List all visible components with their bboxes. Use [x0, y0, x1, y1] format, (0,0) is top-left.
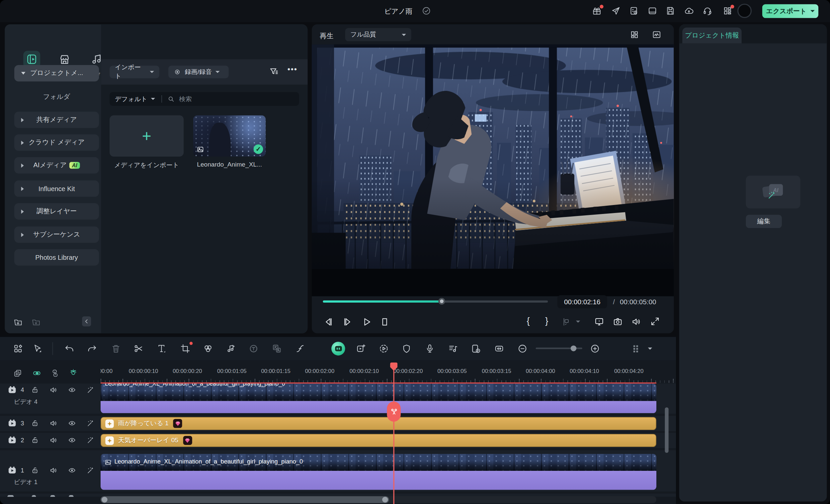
marker-icon[interactable] — [402, 343, 412, 354]
timeline-hscroll-groove[interactable] — [101, 496, 657, 503]
media-clip-tile[interactable]: ✓ — [193, 115, 265, 157]
delete-icon[interactable] — [110, 343, 121, 354]
timeline-ruler[interactable]: :00:00 00:00:00:10 00:00:00:20 00:00:01:… — [101, 366, 676, 383]
lock-icon[interactable] — [31, 385, 39, 394]
lock-icon[interactable] — [31, 466, 39, 475]
sort-dropdown[interactable]: デフォルト — [115, 95, 148, 103]
zoom-slider-knob[interactable] — [571, 345, 577, 351]
mute-icon[interactable] — [49, 385, 58, 394]
add-track-icon[interactable] — [13, 369, 22, 378]
record-dropdown[interactable]: 録画/録音 — [168, 66, 229, 78]
share-icon[interactable] — [611, 6, 621, 16]
sidebar-item-ai-media[interactable]: AIメディア AI — [14, 157, 99, 173]
play-button[interactable] — [361, 316, 372, 327]
zoom-in-icon[interactable] — [589, 343, 600, 354]
preview-render-icon[interactable] — [379, 343, 389, 354]
unlink-clips-icon[interactable] — [50, 369, 59, 378]
multiview-icon[interactable] — [630, 30, 639, 39]
clip-volume-band[interactable] — [101, 471, 657, 490]
hide-icon[interactable] — [68, 385, 76, 394]
voiceover-icon[interactable] — [425, 343, 435, 354]
snap-magnet-icon[interactable] — [69, 369, 78, 378]
progress-knob[interactable] — [439, 298, 446, 305]
preview-progress-bar[interactable] — [323, 301, 548, 303]
new-folder-icon[interactable] — [13, 317, 23, 327]
search-input[interactable]: 検索 — [179, 95, 192, 103]
track-height-icon[interactable] — [631, 343, 642, 354]
gift-icon[interactable] — [592, 6, 602, 16]
timeline-hscroll-bar[interactable] — [101, 496, 389, 503]
detach-audio-icon[interactable] — [295, 343, 306, 354]
audio-stretch-icon[interactable] — [448, 343, 458, 354]
import-media-tile[interactable]: + — [109, 115, 184, 157]
screen-record-icon[interactable] — [471, 343, 481, 354]
cloud-backup-icon[interactable] — [684, 6, 694, 16]
add-clip-icon[interactable] — [356, 343, 366, 354]
clip-video-1[interactable]: Leonardo_Anime_XL_Animation_of_a_beautif… — [101, 454, 657, 490]
search-bar[interactable]: デフォルト 検索 — [109, 92, 299, 105]
mute-icon[interactable] — [49, 466, 58, 475]
color-match-icon[interactable] — [203, 343, 214, 354]
sidebar-item-cloud-media[interactable]: クラウド メディア — [14, 134, 99, 150]
render-queue-icon[interactable] — [629, 6, 639, 16]
save-icon[interactable] — [665, 6, 675, 16]
fit-timeline-icon[interactable] — [494, 343, 505, 354]
previous-frame-button[interactable] — [323, 316, 334, 327]
avatar[interactable] — [737, 4, 752, 18]
track-height-caret-icon[interactable] — [648, 348, 652, 350]
thumbnail-placeholder[interactable]: AI — [746, 175, 800, 208]
translate-icon[interactable] — [272, 343, 282, 354]
sidebar-item-influence-kit[interactable]: Influence Kit — [14, 180, 99, 197]
apply-effect-icon[interactable] — [86, 436, 95, 445]
next-frame-button[interactable] — [342, 316, 353, 327]
scopes-icon[interactable] — [652, 30, 662, 39]
lock-icon[interactable] — [31, 436, 39, 445]
playhead-line[interactable] — [393, 363, 394, 504]
apply-effect-icon[interactable] — [86, 419, 95, 428]
export-button[interactable]: エクスポート — [762, 4, 819, 18]
volume-icon[interactable] — [631, 316, 642, 327]
mute-icon[interactable] — [49, 436, 58, 445]
apply-effect-icon[interactable] — [86, 466, 95, 475]
mirror-display-icon[interactable] — [594, 316, 605, 327]
apply-effect-icon[interactable] — [86, 385, 95, 394]
hide-icon[interactable] — [68, 466, 76, 475]
select-tool-icon[interactable] — [32, 343, 43, 354]
clip-video-4[interactable]: Leonardo_Anime_XL_Animation_of_a_beautif… — [101, 383, 657, 413]
sidebar-item-subsequence[interactable]: サブシーケンス — [14, 226, 99, 242]
redo-icon[interactable] — [87, 343, 97, 354]
hide-icon[interactable] — [68, 436, 76, 445]
text-tool-icon[interactable] — [156, 343, 167, 354]
clip-rain-effect[interactable]: 雨が降っている 1 — [101, 417, 657, 430]
undo-icon[interactable] — [64, 343, 75, 354]
hscroll-handle-right[interactable] — [382, 497, 388, 503]
playhead-split-button[interactable] — [387, 401, 401, 422]
sidebar-item-shared-media[interactable]: 共有メディア — [14, 111, 99, 128]
zoom-out-icon[interactable] — [517, 343, 528, 354]
link-clips-icon[interactable] — [32, 369, 41, 378]
mute-icon[interactable] — [49, 419, 58, 428]
filter-icon[interactable] — [269, 67, 279, 77]
collapse-sidebar-button[interactable] — [82, 316, 91, 326]
import-dropdown[interactable]: インポート — [109, 66, 159, 78]
clip-volume-band[interactable] — [101, 401, 657, 413]
split-icon[interactable] — [133, 343, 144, 354]
mark-in-brace-icon[interactable]: { — [526, 316, 530, 327]
crop-tool-icon[interactable] — [180, 343, 191, 354]
apps-menu-icon[interactable] — [723, 6, 732, 16]
ai-music-icon[interactable] — [225, 343, 236, 354]
edit-thumbnail-button[interactable]: 編集 — [746, 215, 781, 228]
sidebar-item-photos-library[interactable]: Photos Library — [14, 249, 99, 265]
toolbox-icon[interactable] — [12, 343, 23, 354]
mark-out-brace-icon[interactable]: } — [545, 316, 548, 327]
delete-folder-icon[interactable] — [31, 317, 41, 327]
timeline-vscroll-bar[interactable] — [665, 407, 669, 453]
snapshot-icon[interactable] — [612, 316, 623, 327]
stop-button[interactable] — [379, 316, 390, 327]
lock-icon[interactable] — [31, 419, 39, 428]
text-to-speech-icon[interactable] — [248, 343, 259, 354]
sidebar-item-project-media[interactable]: プロジェクトメ... — [14, 65, 99, 81]
hide-icon[interactable] — [68, 419, 76, 428]
current-timecode[interactable]: 00:00:02:16 — [557, 295, 607, 309]
fullscreen-icon[interactable] — [650, 316, 660, 326]
